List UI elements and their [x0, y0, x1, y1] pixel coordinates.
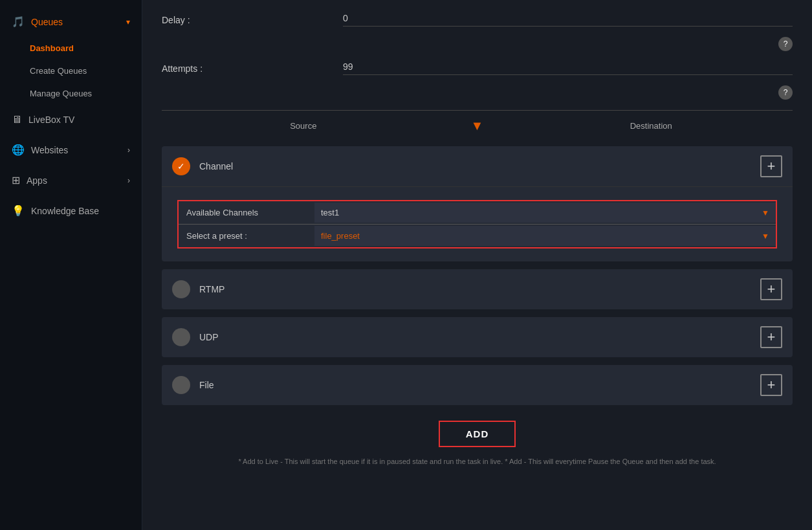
delay-value: 0 [343, 13, 793, 27]
udp-title: UDP [199, 332, 751, 342]
rtmp-add-button[interactable]: + [760, 278, 782, 300]
sidebar-item-knowledge-base[interactable]: 💡 Knowledge Base [0, 195, 142, 226]
dashboard-label: Dashboard [30, 43, 74, 53]
footer-note: * Add to Live - This will start the queu… [162, 458, 793, 465]
available-channels-select2[interactable]: test1 [314, 203, 776, 223]
select-preset-label2: Select a preset : [179, 225, 314, 247]
websites-label: Websites [31, 145, 68, 155]
udp-circle-icon [172, 328, 190, 346]
channel-section: ✓ Channel + Available Channels test1 ▼ [162, 146, 793, 261]
rtmp-header: RTMP + [162, 269, 793, 309]
apps-icon: ⊞ [12, 174, 20, 186]
main-content: Delay : 0 ? Attempts : 99 ? Source ▼ Des… [142, 0, 812, 530]
channel-check-icon: ✓ [172, 157, 190, 175]
sidebar-item-manage-queues[interactable]: Manage Queues [0, 82, 142, 105]
attempts-row: Attempts : 99 [162, 61, 793, 79]
sidebar-item-livebox-tv[interactable]: 🖥 LiveBox TV [0, 105, 142, 135]
sidebar-item-queues[interactable]: 🎵 Queues ▾ [0, 6, 142, 37]
channel-title: Channel [199, 161, 751, 171]
file-header: File + [162, 365, 793, 405]
udp-section: UDP + [162, 317, 793, 357]
preset-select2[interactable]: file_preset [314, 226, 776, 246]
delay-label: Delay : [162, 15, 343, 25]
queues-icon: 🎵 [12, 16, 25, 28]
arrow-down-icon: ▼ [471, 118, 484, 133]
file-add-button[interactable]: + [760, 374, 782, 396]
livebox-tv-label: LiveBox TV [28, 115, 74, 125]
sidebar-queues-label: Queues [31, 17, 63, 27]
attempts-value: 99 [343, 61, 793, 75]
rtmp-section: RTMP + [162, 269, 793, 309]
websites-icon: 🌐 [12, 144, 25, 156]
knowledge-base-label: Knowledge Base [31, 206, 99, 216]
chevron-right-icon-apps: › [127, 176, 130, 185]
rtmp-title: RTMP [199, 284, 751, 294]
delay-help-icon[interactable]: ? [778, 37, 793, 51]
udp-add-button[interactable]: + [760, 326, 782, 348]
apps-label: Apps [27, 175, 47, 186]
delay-row: Delay : 0 [162, 13, 793, 30]
livebox-tv-icon: 🖥 [12, 114, 22, 126]
create-queues-label: Create Queues [30, 66, 87, 76]
attempts-help-icon[interactable]: ? [778, 85, 793, 100]
manage-queues-label: Manage Queues [30, 89, 92, 98]
add-button-row: ADD [162, 421, 793, 447]
chevron-right-icon: › [127, 146, 130, 155]
source-label: Source [162, 121, 445, 131]
sidebar-item-dashboard[interactable]: Dashboard [0, 37, 142, 60]
sidebar-item-create-queues[interactable]: Create Queues [0, 60, 142, 82]
sidebar-item-websites[interactable]: 🌐 Websites › [0, 135, 142, 165]
rtmp-circle-icon [172, 280, 190, 298]
file-section: File + [162, 365, 793, 405]
sidebar-item-apps[interactable]: ⊞ Apps › [0, 165, 142, 195]
knowledge-base-icon: 💡 [12, 204, 25, 217]
available-channels-label2: Available Channels [179, 201, 314, 224]
file-circle-icon [172, 376, 190, 394]
source-dest-header: Source ▼ Destination [162, 110, 793, 137]
channel-header: ✓ Channel + [162, 146, 793, 187]
file-title: File [199, 380, 751, 390]
attempts-label: Attempts : [162, 63, 343, 74]
sidebar: 🎵 Queues ▾ Dashboard Create Queues Manag… [0, 0, 142, 530]
channel-body: Available Channels test1 ▼ Select a pres… [162, 187, 793, 261]
udp-header: UDP + [162, 317, 793, 357]
destination-label: Destination [509, 121, 793, 131]
channel-add-button[interactable]: + [760, 155, 782, 177]
chevron-down-icon: ▾ [126, 17, 130, 27]
add-main-button[interactable]: ADD [439, 421, 516, 447]
